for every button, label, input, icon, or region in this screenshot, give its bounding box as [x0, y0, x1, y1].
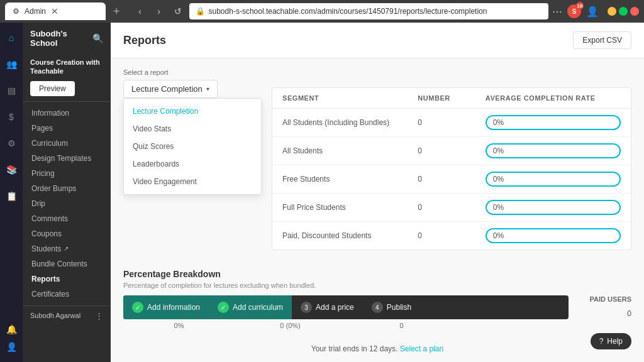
- nav-item-students[interactable]: Students ↗: [23, 241, 111, 256]
- profile-button[interactable]: 👤: [586, 6, 599, 18]
- steps-area: ✓ Add information ✓ Add curriculum 3 Add…: [123, 295, 569, 329]
- nav-items: Information Pages Curriculum Design Temp…: [23, 102, 111, 305]
- icon-layers[interactable]: ▤: [3, 82, 20, 99]
- url-text: subodh-s-school.teachable.com/admin/cour…: [209, 7, 487, 16]
- table-row: All Students 0 0%: [272, 137, 631, 165]
- minimize-button[interactable]: [608, 7, 616, 16]
- dropdown-item-leaderboards[interactable]: Leaderboards: [124, 155, 261, 173]
- icon-tag[interactable]: $: [3, 108, 20, 126]
- icon-clip[interactable]: 📋: [3, 187, 20, 205]
- rate-bar-0: 0%: [486, 115, 621, 130]
- nav-item-certificates[interactable]: Certificates: [23, 287, 111, 302]
- step-val-0: 0%: [123, 322, 235, 329]
- nav-item-coupons[interactable]: Coupons: [23, 226, 111, 241]
- step-label-1: Add curriculum: [233, 303, 283, 312]
- nav-item-design-templates[interactable]: Design Templates: [23, 151, 111, 166]
- number-0: 0: [418, 118, 486, 127]
- help-button-container: ? Help: [591, 333, 631, 349]
- number-3: 0: [418, 203, 486, 212]
- rate-bar-3: 0%: [486, 200, 621, 215]
- icon-bell[interactable]: 🔔: [3, 321, 20, 338]
- dropdown-item-lecture-completion[interactable]: Lecture Completion: [124, 102, 261, 120]
- col-header-segment: SEGMENT: [282, 94, 418, 102]
- step-label-3: Publish: [387, 303, 411, 312]
- main-content-area: Reports Export CSV Select a report Lectu…: [111, 23, 644, 362]
- nav-item-curriculum[interactable]: Curriculum: [23, 136, 111, 151]
- step-val-3: [457, 322, 569, 329]
- segment-4: Paid, Discounted Students: [282, 231, 418, 240]
- step-add-information: ✓ Add information: [123, 295, 209, 319]
- window-controls: [608, 7, 639, 16]
- new-tab-button[interactable]: +: [109, 5, 124, 18]
- nav-item-pages[interactable]: Pages: [23, 121, 111, 136]
- nav-item-reports[interactable]: Reports: [23, 272, 111, 287]
- report-dropdown-menu: Lecture Completion Video Stats Quiz Scor…: [123, 98, 262, 195]
- forward-button[interactable]: ›: [152, 4, 167, 19]
- select-label: Select a report: [123, 69, 631, 76]
- browser-tab[interactable]: ⚙ Admin ✕: [5, 3, 106, 20]
- extensions-button[interactable]: ⋯: [552, 6, 562, 18]
- browser-actions: ⋯ S 18 👤: [552, 4, 599, 18]
- report-dropdown-trigger[interactable]: Lecture Completion ▾: [123, 80, 218, 98]
- number-4: 0: [418, 231, 486, 240]
- col-header-rate: AVERAGE COMPLETION RATE: [486, 94, 621, 102]
- back-button[interactable]: ‹: [133, 4, 148, 19]
- table-row: Paid, Discounted Students 0 0%: [272, 222, 631, 250]
- icon-gear[interactable]: ⚙: [3, 134, 20, 152]
- icon-users[interactable]: 👥: [3, 55, 20, 73]
- nav-item-comments[interactable]: Comments: [23, 211, 111, 226]
- icon-person[interactable]: 👤: [3, 338, 20, 356]
- step-label-2: Add a price: [316, 303, 354, 312]
- rate-bar-2: 0%: [486, 172, 621, 187]
- trial-bar: Your trial ends in 12 days. Select a pla…: [123, 339, 631, 358]
- user-footer: Subodh Agarwal ⋮: [23, 305, 111, 326]
- segment-1: All Students: [282, 146, 418, 155]
- select-plan-link[interactable]: Select a plan: [400, 344, 443, 353]
- segment-2: Free Students: [282, 175, 418, 184]
- nav-item-drip[interactable]: Drip: [23, 196, 111, 211]
- step-publish: 4 Publish: [363, 295, 420, 319]
- tab-title: Admin: [25, 7, 46, 16]
- preview-button[interactable]: Preview: [30, 81, 75, 96]
- icon-rail-bottom: 🔔 👤: [3, 321, 20, 356]
- icon-home[interactable]: ⌂: [3, 29, 20, 47]
- profile-avatar[interactable]: S 18: [567, 4, 581, 18]
- export-csv-button[interactable]: Export CSV: [573, 31, 631, 49]
- table-row: Full Price Students 0 0%: [272, 194, 631, 222]
- step-check-icon-0: ✓: [132, 302, 143, 313]
- segment-3: Full Price Students: [282, 203, 418, 212]
- more-icon[interactable]: ⋮: [95, 311, 103, 321]
- table-row: Free Students 0 0%: [272, 165, 631, 194]
- tab-close-icon[interactable]: ✕: [51, 6, 58, 16]
- trial-text: Your trial ends in 12 days.: [311, 344, 398, 353]
- dropdown-item-quiz-scores[interactable]: Quiz Scores: [124, 138, 261, 155]
- browser-chrome: ⚙ Admin ✕ + ‹ › ↺ 🔒 subodh-s-school.teac…: [0, 0, 644, 23]
- segment-0: All Students (Including Bundles): [282, 118, 418, 127]
- refresh-button[interactable]: ↺: [170, 4, 186, 19]
- course-title: Course Creation with Teachable: [30, 58, 103, 76]
- close-button[interactable]: [630, 7, 639, 16]
- step-add-price: 3 Add a price: [292, 295, 363, 319]
- nav-item-pricing[interactable]: Pricing: [23, 166, 111, 181]
- rate-bar-1: 0%: [486, 143, 621, 158]
- address-bar[interactable]: 🔒 subodh-s-school.teachable.com/admin/co…: [189, 3, 548, 19]
- step-val-1: 0 (0%): [235, 322, 346, 329]
- dropdown-item-video-stats[interactable]: Video Stats: [124, 120, 261, 138]
- nav-item-order-bumps[interactable]: Order Bumps: [23, 181, 111, 196]
- school-name: Subodh's School: [30, 29, 92, 48]
- nav-search-icon[interactable]: 🔍: [92, 33, 103, 43]
- maximize-button[interactable]: [619, 7, 628, 16]
- progress-steps: ✓ Add information ✓ Add curriculum 3 Add…: [123, 295, 569, 319]
- user-name: Subodh Agarwal: [30, 312, 80, 319]
- course-section: Course Creation with Teachable Preview: [23, 53, 111, 102]
- step-values: 0% 0 (0%) 0: [123, 322, 569, 329]
- number-2: 0: [418, 175, 486, 184]
- icon-book[interactable]: 📚: [3, 161, 20, 178]
- dropdown-selected-label: Lecture Completion: [131, 84, 203, 94]
- col-header-number: NUMBER: [418, 94, 486, 102]
- help-button[interactable]: ? Help: [591, 333, 631, 349]
- dropdown-item-video-engagement[interactable]: Video Engagement: [124, 173, 261, 190]
- nav-item-bundle-contents[interactable]: Bundle Contents: [23, 256, 111, 272]
- nav-item-information[interactable]: Information: [23, 106, 111, 121]
- step-label-0: Add information: [147, 303, 200, 312]
